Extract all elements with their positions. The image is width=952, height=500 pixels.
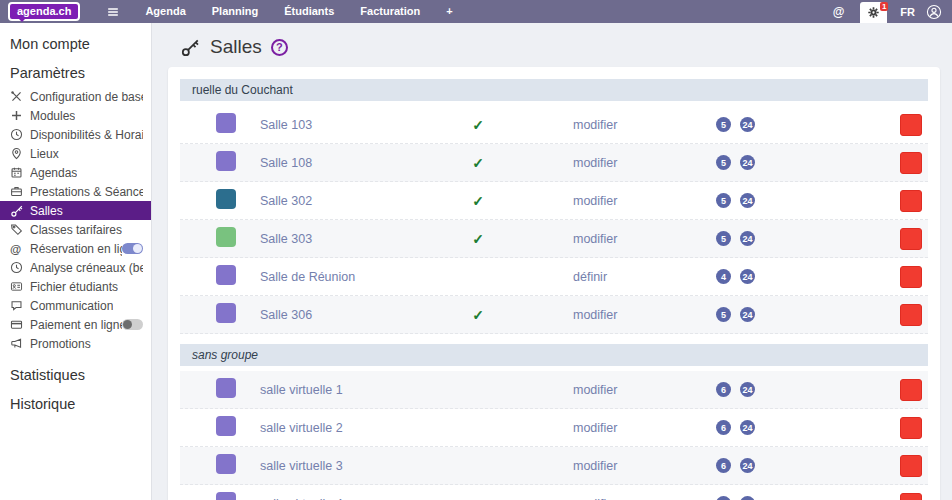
room-color-swatch[interactable] <box>216 303 236 323</box>
room-color-swatch[interactable] <box>216 151 236 171</box>
schedule-action-link[interactable]: modifier <box>568 232 718 246</box>
schedule-action-link[interactable]: définir <box>568 270 718 284</box>
hours-count-badge[interactable]: 24 <box>742 458 755 473</box>
key-icon <box>10 204 25 218</box>
clock-icon <box>10 128 25 141</box>
hours-count-badge[interactable]: 24 <box>742 496 755 500</box>
hours-count-badge[interactable]: 24 <box>742 193 755 208</box>
toggle-reservation-en-ligne[interactable] <box>122 243 143 254</box>
room-row-salle-103: Salle 103 ✓ modifier 5 24 <box>180 106 928 144</box>
room-name-link[interactable]: salle virtuelle 1 <box>260 383 450 397</box>
sidebar-item-salles[interactable]: Salles <box>0 201 151 220</box>
nav-item-etudiants[interactable]: Étudiants <box>271 0 347 23</box>
schedule-action-link[interactable]: modifier <box>568 383 718 397</box>
toggle-paiement-en-ligne[interactable] <box>122 319 143 330</box>
sidebar-section-history[interactable]: Historique <box>0 389 151 418</box>
delete-room-button[interactable] <box>900 266 922 288</box>
schedule-action-link[interactable]: modifier <box>568 194 718 208</box>
sidebar-item-lieux[interactable]: Lieux <box>0 144 151 163</box>
hours-count-badge[interactable]: 24 <box>742 420 755 435</box>
nav-item-facturation[interactable]: Facturation <box>347 0 433 23</box>
room-color-swatch[interactable] <box>216 265 236 285</box>
services-count-badge[interactable]: 5 <box>718 231 731 246</box>
hamburger-menu-icon[interactable] <box>106 5 120 19</box>
hours-count-badge[interactable]: 24 <box>742 155 755 170</box>
services-count-badge[interactable]: 5 <box>718 193 731 208</box>
delete-room-button[interactable] <box>900 190 922 212</box>
mentions-icon[interactable]: @ <box>833 5 845 19</box>
sidebar-item-paiement-en-ligne[interactable]: Paiement en ligne <box>0 315 151 334</box>
nav-item-planning[interactable]: Planning <box>199 0 271 23</box>
delete-room-button[interactable] <box>900 114 922 136</box>
sidebar-item-fichier-etudiants[interactable]: Fichier étudiants <box>0 277 151 296</box>
sidebar-items: Configuration de base Modules Disponibil… <box>0 87 151 353</box>
room-color-swatch[interactable] <box>216 416 236 436</box>
services-count-badge[interactable]: 5 <box>718 117 731 132</box>
sidebar-item-classes-tarifaires[interactable]: Classes tarifaires <box>0 220 151 239</box>
sidebar-item-communication[interactable]: Communication <box>0 296 151 315</box>
room-name-link[interactable]: Salle 108 <box>260 156 450 170</box>
delete-room-button[interactable] <box>900 228 922 250</box>
sidebar-item-disponibilites-horaires[interactable]: Disponibilités & Horaires <box>0 125 151 144</box>
delete-room-button[interactable] <box>900 455 922 477</box>
hours-count-badge[interactable]: 24 <box>742 117 755 132</box>
user-account-icon[interactable] <box>926 4 942 20</box>
sidebar-item-label: Prestations & Séances <box>30 185 143 199</box>
room-color-swatch[interactable] <box>216 227 236 247</box>
room-name-link[interactable]: salle virtuelle 4 <box>260 497 450 500</box>
schedule-action-link[interactable]: modifier <box>568 497 718 500</box>
services-count-badge[interactable]: 6 <box>718 458 731 473</box>
sidebar-item-prestations-seances[interactable]: Prestations & Séances <box>0 182 151 201</box>
schedule-action-link[interactable]: modifier <box>568 308 718 322</box>
hours-count-badge[interactable]: 24 <box>742 382 755 397</box>
sidebar-section-settings[interactable]: Paramètres <box>0 58 151 87</box>
room-color-swatch[interactable] <box>216 492 236 500</box>
hours-count-badge[interactable]: 24 <box>742 307 755 322</box>
hours-count-badge[interactable]: 24 <box>742 231 755 246</box>
sidebar-item-reservation-en-ligne[interactable]: @ Réservation en ligne <box>0 239 151 258</box>
language-selector[interactable]: FR <box>900 6 915 18</box>
room-color-swatch[interactable] <box>216 189 236 209</box>
room-group-name: ruelle du Couchant <box>192 83 293 97</box>
schedule-action-label: modifier <box>573 118 617 132</box>
schedule-action-link[interactable]: modifier <box>568 156 718 170</box>
services-count-badge[interactable]: 4 <box>718 269 731 284</box>
sidebar-item-agendas[interactable]: Agendas <box>0 163 151 182</box>
services-count-badge[interactable]: 6 <box>718 496 731 500</box>
nav-item-agenda[interactable]: Agenda <box>132 0 198 23</box>
settings-tab[interactable]: 1 <box>860 2 887 23</box>
delete-room-button[interactable] <box>900 379 922 401</box>
services-count-badge[interactable]: 6 <box>718 382 731 397</box>
delete-room-button[interactable] <box>900 417 922 439</box>
services-count-badge[interactable]: 6 <box>718 420 731 435</box>
room-name-link[interactable]: Salle 306 <box>260 308 450 322</box>
agenda-logo[interactable]: agenda.ch <box>8 2 80 21</box>
hours-count-badge[interactable]: 24 <box>742 269 755 284</box>
sidebar-item-configuration-de-base[interactable]: Configuration de base <box>0 87 151 106</box>
sidebar-section-statistics[interactable]: Statistiques <box>0 360 151 389</box>
room-name-link[interactable]: Salle 303 <box>260 232 450 246</box>
nav-item-[interactable]: + <box>433 0 465 23</box>
room-name-link[interactable]: Salle 302 <box>260 194 450 208</box>
room-color-swatch[interactable] <box>216 113 236 133</box>
room-name-link[interactable]: Salle 103 <box>260 118 450 132</box>
room-name-link[interactable]: Salle de Réunion <box>260 270 450 284</box>
services-count-badge[interactable]: 5 <box>718 155 731 170</box>
room-color-swatch[interactable] <box>216 378 236 398</box>
schedule-action-link[interactable]: modifier <box>568 118 718 132</box>
tools-icon <box>10 90 25 103</box>
delete-room-button[interactable] <box>900 304 922 326</box>
sidebar-item-modules[interactable]: Modules <box>0 106 151 125</box>
sidebar-item-promotions[interactable]: Promotions <box>0 334 151 353</box>
delete-room-button[interactable] <box>900 493 922 500</box>
schedule-action-link[interactable]: modifier <box>568 421 718 435</box>
help-icon[interactable]: ? <box>271 39 288 56</box>
room-name-link[interactable]: salle virtuelle 3 <box>260 459 450 473</box>
schedule-action-link[interactable]: modifier <box>568 459 718 473</box>
room-name-link[interactable]: salle virtuelle 2 <box>260 421 450 435</box>
delete-room-button[interactable] <box>900 152 922 174</box>
services-count-badge[interactable]: 5 <box>718 307 731 322</box>
sidebar-section-account[interactable]: Mon compte <box>0 29 151 58</box>
room-color-swatch[interactable] <box>216 454 236 474</box>
sidebar-item-analyse-creneaux-beta[interactable]: Analyse créneaux (beta) <box>0 258 151 277</box>
